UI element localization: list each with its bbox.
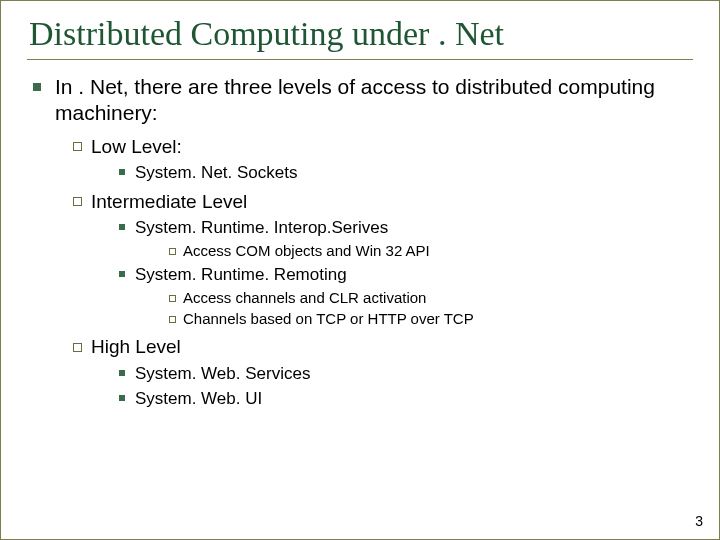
high-webservices: System. Web. Services bbox=[91, 363, 693, 384]
bullet-list-level2: Low Level: System. Net. Sockets Intermed… bbox=[55, 135, 693, 410]
bullet-list-level4: Access COM objects and Win 32 API bbox=[135, 242, 693, 261]
remoting-note-protocol: Channels based on TCP or HTTP over TCP bbox=[135, 310, 693, 329]
remoting-label: System. Runtime. Remoting bbox=[135, 265, 347, 284]
intro-bullet: In . Net, there are three levels of acce… bbox=[27, 74, 693, 409]
intermediate-level-label: Intermediate Level bbox=[91, 191, 247, 212]
low-level-sockets-text: System. Net. Sockets bbox=[135, 163, 298, 182]
remoting-item: System. Runtime. Remoting Access channel… bbox=[91, 264, 693, 329]
bullet-list-level4: Access channels and CLR activation Chann… bbox=[135, 289, 693, 330]
high-webui: System. Web. UI bbox=[91, 388, 693, 409]
high-webui-text: System. Web. UI bbox=[135, 389, 262, 408]
remoting-note-activation: Access channels and CLR activation bbox=[135, 289, 693, 308]
high-level-label: High Level bbox=[91, 336, 181, 357]
interop-label: System. Runtime. Interop.Serives bbox=[135, 218, 388, 237]
interop-item: System. Runtime. Interop.Serives Access … bbox=[91, 217, 693, 260]
low-level-item: Low Level: System. Net. Sockets bbox=[55, 135, 693, 184]
low-level-label: Low Level: bbox=[91, 136, 182, 157]
high-webservices-text: System. Web. Services bbox=[135, 364, 310, 383]
intro-text: In . Net, there are three levels of acce… bbox=[55, 75, 655, 124]
interop-note-com: Access COM objects and Win 32 API bbox=[135, 242, 693, 261]
remoting-note-protocol-text: Channels based on TCP or HTTP over TCP bbox=[183, 310, 474, 327]
high-level-item: High Level System. Web. Services System.… bbox=[55, 335, 693, 409]
bullet-list-level1: In . Net, there are three levels of acce… bbox=[27, 74, 693, 409]
bullet-list-level3: System. Net. Sockets bbox=[91, 162, 693, 183]
bullet-list-level3: System. Runtime. Interop.Serives Access … bbox=[91, 217, 693, 329]
bullet-list-level3: System. Web. Services System. Web. UI bbox=[91, 363, 693, 410]
interop-note-com-text: Access COM objects and Win 32 API bbox=[183, 242, 430, 259]
page-number: 3 bbox=[695, 513, 703, 529]
low-level-sockets: System. Net. Sockets bbox=[91, 162, 693, 183]
remoting-note-activation-text: Access channels and CLR activation bbox=[183, 289, 426, 306]
slide-title: Distributed Computing under . Net bbox=[27, 11, 693, 60]
slide: Distributed Computing under . Net In . N… bbox=[0, 0, 720, 540]
intermediate-level-item: Intermediate Level System. Runtime. Inte… bbox=[55, 190, 693, 330]
